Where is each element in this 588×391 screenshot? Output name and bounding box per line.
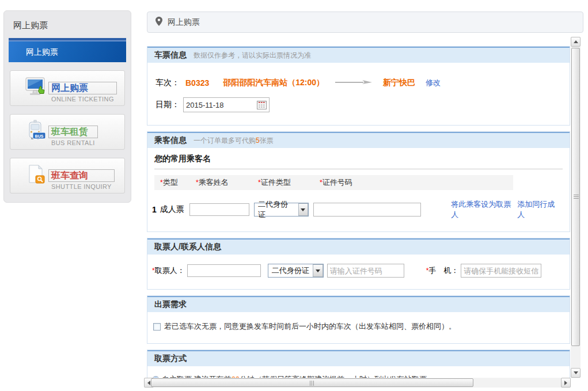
- date-row: 日期：: [155, 97, 570, 112]
- collector-name-input[interactable]: [187, 264, 261, 277]
- arrow-down-icon: [574, 371, 578, 374]
- departure-station: 邵阳邵阳汽车南站（12:00）: [223, 78, 324, 88]
- train-label: 车次：: [155, 78, 180, 88]
- column-type: *类型: [160, 177, 196, 188]
- sidebar-item-online-ticketing[interactable]: 网上购票 ONLINE TICKETING: [10, 70, 125, 106]
- sidebar-item-shuttle-inquiry[interactable]: 班车查询 SHUTTLE INQUIRY: [10, 158, 125, 193]
- passenger-row: 1 成人票 二代身份证 将此乘客设为取票人 添加同行成人: [152, 199, 563, 220]
- section-pickup-method: 取票方式 自主取票 建议开车前30分钟（节假日等高峰期建议提前一小时）到出发车站…: [147, 350, 570, 378]
- section-collector-info: 取票人/联系人信息 *取票人： 二代身份证 *手 机：: [147, 238, 570, 290]
- column-id-number: *证件号码: [320, 177, 435, 188]
- sidebar-active-item[interactable]: 网上购票: [9, 38, 126, 62]
- vertical-scroll-thumb[interactable]: [571, 48, 580, 346]
- item-label-en: SHUTTLE INQUIRY: [51, 183, 112, 190]
- select-value: 二代身份证: [268, 265, 313, 276]
- section-title: 车票信息: [154, 50, 187, 60]
- ticketing-need-header: 出票需求: [147, 296, 570, 312]
- arrow-right-icon: [564, 381, 567, 385]
- section-title: 乘客信息: [154, 135, 187, 146]
- passenger-id-type-select[interactable]: 二代身份证: [254, 203, 309, 217]
- item-label-en: BUS RENTALI: [51, 139, 95, 146]
- vertical-scrollbar[interactable]: [571, 37, 581, 378]
- item-label-cn: 班车查询: [51, 170, 112, 182]
- train-row: 车次： B0323 邵阳邵阳汽车南站（12:00） 新宁快巴 修改: [155, 78, 570, 88]
- arrow-left-icon: [147, 381, 150, 385]
- computer-cursor-icon: [24, 75, 48, 101]
- chevron-down-icon[interactable]: [298, 203, 309, 216]
- arrow-up-icon: [574, 40, 578, 43]
- section-title: 出票需求: [154, 299, 187, 310]
- ticket-type: 成人票: [160, 204, 189, 215]
- section-subtitle: 数据仅作参考，请以实际出票情况为准: [194, 51, 311, 60]
- phone-label: *手 机：: [426, 265, 459, 276]
- section-title: 取票方式: [154, 354, 187, 364]
- passenger-table-header: *类型 *乘客姓名 *证件类型 *证件号码: [154, 175, 513, 190]
- item-label-en: ONLINE TICKETING: [51, 96, 114, 103]
- pickup-method-header: 取票方式: [147, 350, 570, 366]
- thumb-grip: [310, 381, 314, 386]
- calendar-icon[interactable]: [257, 101, 267, 109]
- location-pin-icon: [155, 17, 162, 28]
- sidebar-item-text: 班车查询 SHUTTLE INQUIRY: [48, 169, 115, 182]
- section-title: 取票人/联系人信息: [154, 242, 221, 252]
- sidebar-title: 网上购票: [4, 11, 131, 38]
- collector-id-type-select[interactable]: 二代身份证: [268, 264, 324, 278]
- chevron-down-icon[interactable]: [313, 264, 323, 277]
- train-number: B0323: [185, 78, 209, 88]
- add-adult-link[interactable]: 添加同行成人: [517, 199, 562, 220]
- checkbox-label: 若已选车次无票，同意更换发车时间前后一小时内的车次（出发车站相同、票价相同）。: [164, 321, 456, 332]
- sidebar-active-label[interactable]: 网上购票: [9, 41, 126, 62]
- scroll-down-button[interactable]: [571, 368, 581, 378]
- breadcrumb: 网上购票: [147, 12, 583, 33]
- column-id-type: *证件类型: [258, 177, 320, 188]
- sidebar-item-bus-rental[interactable]: BUS 班车租赁 BUS RENTALI: [10, 114, 125, 150]
- passenger-name-input[interactable]: [189, 203, 249, 216]
- bus-icon: BUS: [24, 119, 48, 145]
- set-as-collector-link[interactable]: 将此乘客设为取票人: [451, 199, 517, 220]
- date-label: 日期：: [155, 100, 180, 110]
- sidebar-item-text: 班车租赁 BUS RENTALI: [48, 126, 98, 138]
- svg-text:BUS: BUS: [35, 134, 44, 138]
- document-search-icon: [24, 163, 48, 188]
- scroll-up-button[interactable]: [571, 37, 581, 47]
- ticket-info-header: 车票信息 数据仅作参考，请以实际出票情况为准: [147, 47, 570, 63]
- main-content: 车票信息 数据仅作参考，请以实际出票情况为准 车次： B0323 邵阳邵阳汽车南…: [147, 37, 570, 378]
- horizontal-scroll-thumb[interactable]: [151, 378, 473, 387]
- collector-id-number-input[interactable]: [327, 264, 404, 278]
- row-index: 1: [152, 205, 157, 214]
- section-subtitle: 一个订单最多可代购5张票: [194, 136, 274, 146]
- arrival-station: 新宁快巴: [383, 78, 415, 88]
- horizontal-scrollbar[interactable]: [144, 378, 571, 388]
- passenger-info-header: 乘客信息 一个订单最多可代购5张票: [147, 132, 570, 148]
- collector-info-header: 取票人/联系人信息: [147, 238, 570, 255]
- page: 网上购票 网上购票 网上购票 ONLI: [0, 0, 588, 391]
- modify-link[interactable]: 修改: [426, 78, 441, 88]
- passenger-id-number-input[interactable]: [313, 203, 421, 217]
- item-label-cn: 网上购票: [51, 82, 114, 94]
- phone-input[interactable]: [461, 264, 541, 278]
- frequent-passengers-title: 您的常用乘客名: [154, 148, 563, 169]
- route-arrow-icon: [335, 78, 373, 88]
- scroll-right-button[interactable]: [561, 378, 571, 388]
- column-name: *乘客姓名: [196, 177, 258, 188]
- sidebar-item-text: 网上购票 ONLINE TICKETING: [48, 82, 117, 94]
- section-ticket-info: 车票信息 数据仅作参考，请以实际出票情况为准 车次： B0323 邵阳邵阳汽车南…: [147, 46, 570, 126]
- select-value: 二代身份证: [255, 199, 298, 220]
- item-label-cn: 班车租赁: [51, 126, 95, 138]
- alternative-bus-option: 若已选车次无票，同意更换发车时间前后一小时内的车次（出发车站相同、票价相同）。: [153, 321, 563, 332]
- sidebar: 网上购票 网上购票 网上购票 ONLI: [3, 10, 131, 203]
- breadcrumb-label: 网上购票: [168, 17, 200, 28]
- section-passenger-info: 乘客信息 一个订单最多可代购5张票 您的常用乘客名 *类型 *乘客姓名 *证件类…: [147, 131, 570, 232]
- thumb-grip: [574, 195, 579, 199]
- collector-row: *取票人： 二代身份证 *手 机：: [152, 264, 563, 278]
- section-ticketing-need: 出票需求 若已选车次无票，同意更换发车时间前后一小时内的车次（出发车站相同、票价…: [147, 295, 570, 344]
- collector-label: *取票人：: [152, 265, 185, 276]
- date-field: [183, 97, 270, 112]
- alternative-bus-checkbox[interactable]: [153, 323, 161, 331]
